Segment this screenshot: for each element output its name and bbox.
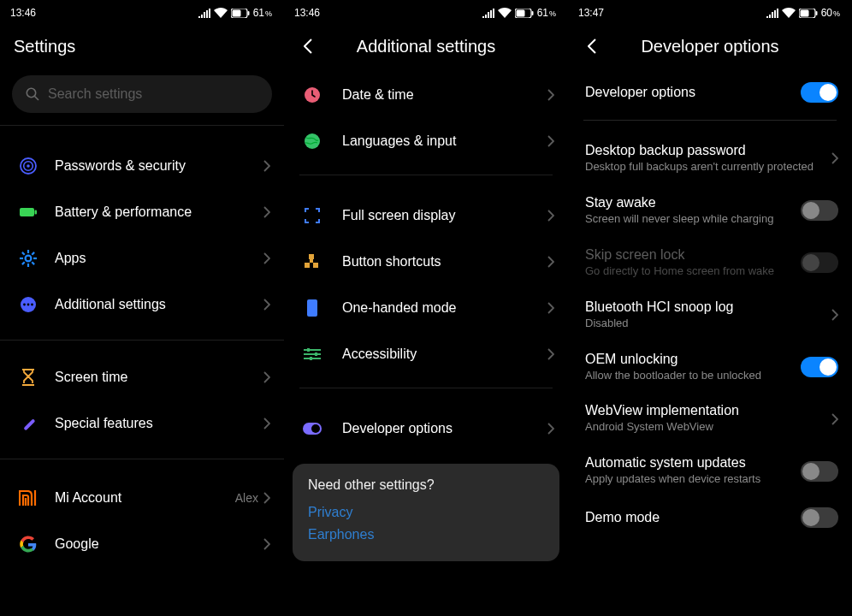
search-input[interactable]: Search settings — [12, 75, 272, 113]
fullscreen-icon — [303, 206, 322, 225]
row-automatic-system-updates[interactable]: Automatic system updates Apply updates w… — [568, 445, 852, 497]
additional-settings-pane: 13:46 61% Additional settings Date & tim… — [284, 0, 568, 616]
chevron-right-icon — [263, 492, 270, 504]
chevron-right-icon — [547, 348, 554, 360]
row-label: Full screen display — [342, 208, 547, 223]
row-stay-awake[interactable]: Stay awake Screen will never sleep while… — [568, 185, 852, 237]
developer-options-pane: 13:47 60% Developer options Developer op… — [568, 0, 852, 616]
row-oem-unlocking[interactable]: OEM unlocking Allow the bootloader to be… — [568, 341, 852, 394]
row-subtitle: Apply updates when device restarts — [585, 472, 801, 487]
row-apps[interactable]: Apps — [0, 235, 284, 281]
svg-line-15 — [22, 252, 25, 255]
divider — [0, 459, 284, 459]
row-label: Additional settings — [55, 297, 263, 312]
row-label: Developer options — [342, 421, 547, 436]
row-webview-implementation[interactable]: WebView implementation Android System We… — [568, 393, 852, 445]
row-button-shortcuts[interactable]: Button shortcuts — [284, 239, 568, 285]
google-logo-icon — [17, 533, 39, 555]
svg-rect-34 — [307, 299, 317, 317]
suggestion-card: Need other settings? Privacy Earphones — [293, 464, 559, 561]
settings-pane: 13:46 61% Settings Search settings Passw… — [0, 0, 284, 616]
svg-point-22 — [31, 304, 33, 306]
toggle-switch[interactable] — [801, 507, 838, 528]
toggle-switch[interactable] — [801, 461, 838, 482]
svg-point-10 — [26, 256, 32, 262]
svg-rect-8 — [20, 208, 34, 216]
back-button[interactable] — [582, 36, 602, 56]
row-developer-options[interactable]: Developer options — [284, 406, 568, 452]
clock: 13:46 — [10, 7, 36, 19]
suggestion-link-earphones[interactable]: Earphones — [308, 527, 544, 542]
svg-rect-38 — [307, 348, 310, 352]
row-title: WebView implementation — [585, 403, 831, 418]
svg-rect-27 — [531, 11, 533, 15]
row-screen-time[interactable]: Screen time — [0, 354, 284, 400]
chevron-right-icon — [831, 309, 838, 321]
chevron-right-icon — [263, 371, 270, 383]
row-languages-input[interactable]: Languages & input — [284, 118, 568, 164]
row-special-features[interactable]: Special features — [0, 400, 284, 447]
svg-rect-33 — [310, 259, 313, 263]
svg-rect-1 — [232, 9, 240, 16]
row-additional-settings[interactable]: Additional settings — [0, 281, 284, 328]
chevron-right-icon — [547, 423, 554, 435]
row-google[interactable]: Google — [0, 521, 284, 567]
toggle-switch[interactable] — [801, 200, 838, 221]
sliders-icon — [303, 345, 322, 364]
row-battery-performance[interactable]: Battery & performance — [0, 189, 284, 235]
row-label: Special features — [55, 416, 263, 431]
svg-rect-32 — [313, 263, 318, 268]
page-title: Settings — [14, 37, 75, 56]
row-value: Alex — [235, 491, 258, 505]
row-title: Developer options — [585, 85, 801, 100]
chevron-left-icon — [588, 38, 596, 54]
divider — [299, 175, 553, 175]
row-desktop-backup-password[interactable]: Desktop backup password Desktop full bac… — [568, 133, 852, 185]
chevron-right-icon — [547, 256, 554, 268]
more-dots-icon — [17, 293, 39, 316]
battery-perf-icon — [17, 201, 39, 223]
row-bluetooth-hci-log[interactable]: Bluetooth HCI snoop log Disabled — [568, 289, 852, 341]
row-demo-mode[interactable]: Demo mode — [568, 497, 852, 538]
row-label: One-handed mode — [342, 300, 547, 316]
suggestion-link-privacy[interactable]: Privacy — [308, 505, 544, 520]
toggle-icon — [303, 419, 322, 438]
divider — [0, 125, 284, 126]
row-accessibility[interactable]: Accessibility — [284, 331, 568, 377]
battery-pct: 60% — [821, 7, 840, 19]
page-header: Additional settings — [284, 26, 568, 67]
svg-line-16 — [32, 262, 34, 264]
search-icon — [26, 87, 39, 101]
mi-logo-icon — [17, 487, 39, 509]
status-bar: 13:47 60% — [568, 0, 852, 26]
toggle-switch[interactable] — [801, 357, 838, 377]
row-passwords-security[interactable]: Passwords & security — [0, 143, 284, 189]
phone-icon — [303, 299, 322, 317]
battery-icon — [515, 9, 534, 18]
back-button[interactable] — [298, 36, 318, 56]
svg-point-42 — [311, 424, 320, 433]
chevron-right-icon — [263, 252, 270, 264]
row-subtitle: Allow the bootloader to be unlocked — [585, 369, 801, 383]
row-mi-account[interactable]: Mi Account Alex — [0, 475, 284, 521]
row-date-time[interactable]: Date & time — [284, 72, 568, 118]
master-toggle[interactable]: Developer options — [568, 72, 852, 113]
chevron-right-icon — [547, 135, 554, 147]
row-full-screen-display[interactable]: Full screen display — [284, 192, 568, 239]
svg-line-4 — [35, 97, 39, 101]
blocks-icon — [303, 252, 322, 271]
svg-line-18 — [22, 262, 25, 264]
row-label: Mi Account — [55, 490, 235, 506]
wand-icon — [17, 412, 39, 435]
battery-pct: 61% — [253, 7, 272, 19]
chevron-right-icon — [263, 299, 270, 311]
page-title: Developer options — [641, 37, 778, 56]
toggle-switch[interactable] — [801, 82, 838, 103]
row-label: Battery & performance — [55, 204, 263, 220]
row-one-handed-mode[interactable]: One-handed mode — [284, 285, 568, 331]
signal-icon — [766, 9, 778, 18]
svg-rect-2 — [247, 11, 249, 15]
row-label: Screen time — [55, 370, 263, 385]
row-label: Button shortcuts — [342, 254, 547, 270]
page-header: Settings — [0, 26, 284, 67]
